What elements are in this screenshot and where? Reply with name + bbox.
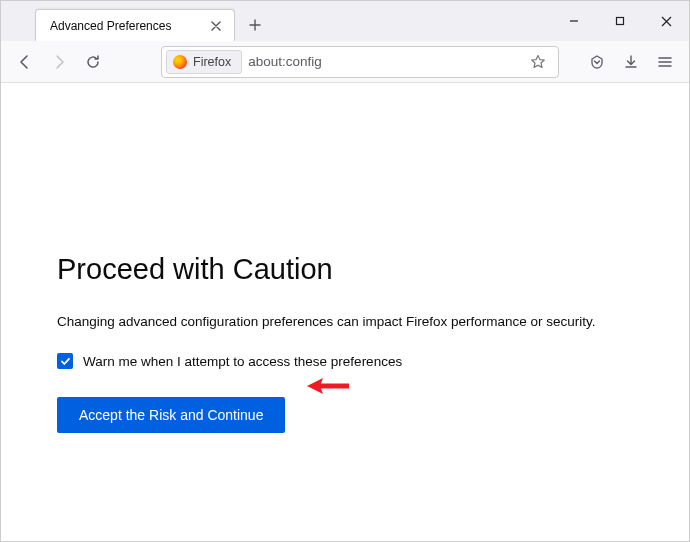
forward-button[interactable] — [43, 46, 75, 78]
accept-risk-button[interactable]: Accept the Risk and Continue — [57, 397, 285, 433]
close-icon — [661, 16, 672, 27]
page-description: Changing advanced configuration preferen… — [57, 314, 633, 329]
tab-close-button[interactable] — [206, 16, 226, 36]
page-content: Proceed with Caution Changing advanced c… — [1, 83, 689, 433]
bookmark-button[interactable] — [524, 48, 552, 76]
warn-checkbox[interactable] — [57, 353, 73, 369]
back-button[interactable] — [9, 46, 41, 78]
forward-icon — [51, 54, 67, 70]
identity-box[interactable]: Firefox — [166, 50, 242, 74]
firefox-logo-icon — [173, 55, 187, 69]
pocket-icon — [589, 54, 605, 70]
star-icon — [530, 54, 546, 70]
plus-icon — [249, 19, 261, 31]
back-icon — [17, 54, 33, 70]
urlbar-input[interactable] — [248, 54, 524, 69]
download-icon — [623, 54, 639, 70]
titlebar: Advanced Preferences — [1, 1, 689, 41]
warn-checkbox-row: Warn me when I attempt to access these p… — [57, 353, 633, 369]
reload-button[interactable] — [77, 46, 109, 78]
svg-rect-0 — [617, 18, 624, 25]
toolbar: Firefox — [1, 41, 689, 83]
menu-button[interactable] — [649, 46, 681, 78]
hamburger-icon — [657, 54, 673, 70]
window-controls — [551, 1, 689, 41]
page-heading: Proceed with Caution — [57, 253, 633, 286]
urlbar-container: Firefox — [161, 46, 559, 78]
warn-checkbox-label: Warn me when I attempt to access these p… — [83, 354, 402, 369]
close-icon — [211, 21, 221, 31]
pocket-button[interactable] — [581, 46, 613, 78]
downloads-button[interactable] — [615, 46, 647, 78]
maximize-icon — [615, 16, 625, 26]
window-close-button[interactable] — [643, 1, 689, 41]
identity-label: Firefox — [193, 55, 231, 69]
tab-title: Advanced Preferences — [50, 19, 206, 33]
minimize-icon — [569, 16, 579, 26]
checkmark-icon — [60, 356, 71, 367]
urlbar[interactable]: Firefox — [161, 46, 559, 78]
browser-tab[interactable]: Advanced Preferences — [35, 9, 235, 41]
maximize-button[interactable] — [597, 1, 643, 41]
minimize-button[interactable] — [551, 1, 597, 41]
new-tab-button[interactable] — [241, 11, 269, 39]
toolbar-right — [581, 46, 681, 78]
reload-icon — [85, 54, 101, 70]
